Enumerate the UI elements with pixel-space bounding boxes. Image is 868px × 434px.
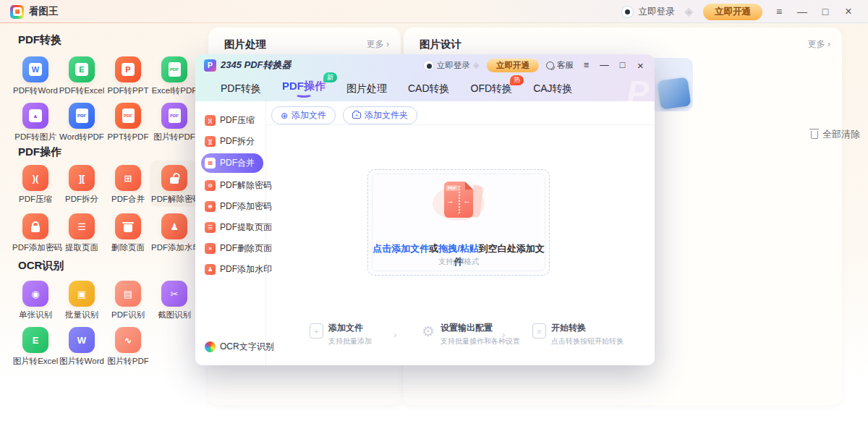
tab-ofd-convert[interactable]: OFD转换 热	[471, 82, 513, 95]
app-title: 看图王	[29, 5, 59, 18]
tool-label: 图片转PDF	[151, 132, 197, 142]
tab-pdf-convert[interactable]: PDF转换	[221, 82, 261, 95]
sidebar-item-label: PDF拆分	[220, 135, 255, 148]
tool-pdf-ocr[interactable]: ▤ PDF识别	[105, 281, 151, 320]
tool-label: PDF转PPT	[105, 85, 151, 96]
login-button[interactable]: 立即登录	[621, 6, 674, 18]
tool-screenshot-ocr[interactable]: ✂ 截图识别	[151, 281, 197, 320]
pdf-badge: PDF	[446, 185, 459, 191]
step-title: 添加文件	[328, 322, 372, 334]
sidebar-item-pdf-delete-pages[interactable]: × PDF删除页面	[201, 239, 265, 257]
single-ocr-icon: ◉	[22, 281, 48, 307]
word-to-pdf-icon: PDF	[69, 103, 95, 129]
dialog-login-label: 立即登录	[437, 60, 470, 71]
pdf-lock-icon	[22, 213, 48, 239]
tool-word-to-pdf[interactable]: PDF Word转PDF	[59, 103, 105, 142]
tool-label: PDF拆分	[59, 194, 105, 205]
image-to-excel-icon: E	[22, 327, 48, 353]
tool-single-ocr[interactable]: ◉ 单张识别	[12, 281, 59, 320]
step-add-file: + 添加文件 支持批量添加	[310, 322, 372, 346]
vip-diamond-icon[interactable]: ◈	[684, 5, 693, 18]
main-titlebar: 看图王 立即登录 ◈ 立即开通 ≡ — □ ×	[0, 0, 868, 23]
step-chevron: ›	[393, 329, 396, 340]
convert-doc-icon: ≡	[532, 323, 546, 339]
file-dropzone[interactable]: PDF → ← 点击添加文件或拖拽/粘贴到空白处添加文件 支持pdf格式	[367, 169, 550, 276]
tool-label: Excel转PDF	[151, 85, 197, 96]
tool-label: PDF解除密码	[151, 194, 197, 205]
sidebar-item-pdf-merge[interactable]: ⊞ PDF合并	[201, 153, 263, 173]
step-title: 开始转换	[551, 322, 624, 334]
tool-extract-pages[interactable]: ☰ 提取页面	[59, 213, 105, 253]
tool-pdf-add-password[interactable]: PDF添加密码	[12, 213, 59, 253]
lock-mini-icon: ⊕	[205, 201, 216, 212]
tool-pdf-remove-password[interactable]: PDF解除密码	[151, 165, 197, 205]
tool-image-to-excel[interactable]: E 图片转Excel	[12, 327, 59, 367]
sidebar-item-pdf-watermark[interactable]: ♟ PDF添加水印	[201, 260, 265, 278]
batch-ocr-icon: ▣	[69, 281, 95, 307]
tool-image-to-pdf[interactable]: PDF 图片转PDF	[151, 103, 197, 142]
add-folder-button[interactable]: + 添加文件夹	[343, 106, 417, 124]
dialog-vip-diamond-icon: ◈	[473, 60, 480, 70]
dialog-upgrade-button[interactable]: 立即开通	[487, 59, 539, 72]
merge-mini-icon: ⊞	[205, 158, 216, 169]
delete-pages-icon	[115, 213, 141, 239]
tool-excel-to-pdf[interactable]: PDF Excel转PDF	[151, 56, 197, 96]
dialog-tab-bar: PDF转换 PDF操作 新 图片处理 CAD转换 OFD转换 热 CAJ转换	[195, 76, 655, 101]
sidebar-item-pdf-compress[interactable]: )( PDF压缩	[201, 111, 265, 129]
pdf-converter-dialog: P P 2345 PDF转换器 立即登录 ◈ 立即开通 客服 ≡ — □ ×	[195, 54, 655, 365]
tool-pdf-to-image[interactable]: ▲ PDF转图片	[12, 103, 59, 142]
close-icon[interactable]: ×	[842, 5, 855, 18]
support-button[interactable]: 客服	[546, 60, 574, 71]
dialog-close-icon[interactable]: ×	[635, 59, 646, 72]
tool-image-to-word[interactable]: W 图片转Word	[59, 327, 105, 367]
tool-label: PDF转图片	[12, 132, 59, 142]
tool-pdf-split[interactable]: ][ PDF拆分	[59, 165, 105, 205]
hot-badge: 热	[510, 75, 524, 85]
sidebar-item-label: PDF删除页面	[220, 242, 272, 255]
pdf-ocr-icon: ▤	[115, 281, 141, 307]
pdf-merge-illustration: PDF → ←	[438, 182, 479, 222]
tab-image-process[interactable]: 图片处理	[346, 82, 387, 95]
ppt-to-pdf-icon: PDF	[115, 103, 141, 129]
tool-ppt-to-pdf[interactable]: PDF PPT转PDF	[105, 103, 151, 142]
dialog-maximize-icon[interactable]: □	[617, 60, 628, 70]
sidebar-item-pdf-remove-password[interactable]: ⊙ PDF解除密码	[201, 176, 265, 194]
pdf-merge-icon: ⊞	[115, 165, 141, 191]
avatar-icon	[621, 6, 634, 18]
tool-pdf-watermark[interactable]: ♟ PDF添加水印	[151, 213, 197, 253]
dialog-sidebar: )( PDF压缩 ][ PDF拆分 ⊞ PDF合并 ⊙ PDF解除密码 ⊕	[195, 101, 266, 365]
section-title-pdf-convert: PDF转换	[18, 33, 61, 47]
pdf-watermark-icon: ♟	[161, 213, 187, 239]
tab-caj-convert[interactable]: CAJ转换	[533, 82, 572, 95]
clear-all-button[interactable]: 全部清除	[811, 128, 860, 141]
image-process-more-link[interactable]: 更多 ›	[367, 38, 389, 51]
sidebar-item-label: PDF压缩	[220, 114, 255, 127]
step-desc: 点击转换按钮开始转换	[551, 336, 624, 346]
tab-cad-convert[interactable]: CAD转换	[408, 82, 450, 95]
sidebar-item-pdf-add-password[interactable]: ⊕ PDF添加密码	[201, 197, 265, 215]
tool-image-to-pdf-ocr[interactable]: ∿ 图片转PDF	[105, 327, 151, 367]
dialog-login-button[interactable]: 立即登录 ◈	[423, 60, 480, 71]
dialog-menu-icon[interactable]: ≡	[581, 60, 592, 70]
tool-batch-ocr[interactable]: ▣ 批量识别	[59, 281, 105, 320]
tool-pdf-merge[interactable]: ⊞ PDF合并	[105, 165, 151, 205]
tool-pdf-compress[interactable]: )( PDF压缩	[12, 165, 59, 205]
tool-label: PDF添加水印	[151, 242, 197, 253]
tool-pdf-to-word[interactable]: W PDF转Word	[12, 56, 59, 96]
image-design-more-link[interactable]: 更多 ›	[808, 38, 830, 51]
tab-pdf-ops[interactable]: PDF操作 新	[282, 80, 326, 98]
menu-icon[interactable]: ≡	[773, 6, 786, 17]
sidebar-item-pdf-split[interactable]: ][ PDF拆分	[201, 132, 265, 150]
upgrade-button[interactable]: 立即开通	[703, 4, 762, 20]
maximize-icon[interactable]: □	[819, 6, 832, 17]
minimize-icon[interactable]: —	[796, 6, 809, 17]
dialog-minimize-icon[interactable]: —	[599, 60, 610, 70]
sidebar-item-pdf-extract-pages[interactable]: ☰ PDF提取页面	[201, 218, 265, 236]
tool-pdf-to-excel[interactable]: E PDF转Excel	[59, 56, 105, 96]
login-label: 立即登录	[638, 6, 674, 18]
app-window: 看图王 立即登录 ◈ 立即开通 ≡ — □ × 图片处理 更多 › 图片设计 更…	[0, 0, 868, 434]
gear-icon: ⚙	[421, 323, 435, 339]
add-file-button[interactable]: ⊕ 添加文件	[271, 106, 336, 124]
tool-pdf-to-ppt[interactable]: P PDF转PPT	[105, 56, 151, 96]
tool-delete-pages[interactable]: 删除页面	[105, 213, 151, 253]
